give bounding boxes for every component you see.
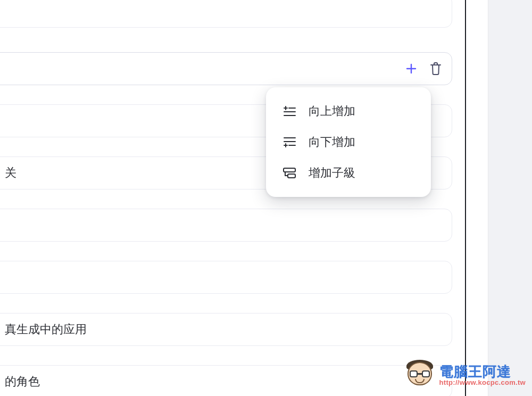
list-item[interactable]: [0, 209, 452, 242]
list-item[interactable]: 的角色: [0, 365, 452, 396]
menu-item-label: 向上增加: [309, 103, 355, 119]
menu-item-add-above[interactable]: 向上增加: [266, 96, 431, 127]
list-item[interactable]: [0, 261, 452, 294]
list-item[interactable]: 真生成中的应用: [0, 313, 452, 346]
content-frame: 关 真生成中的应用 的角色 向上增加: [0, 0, 466, 396]
list-item-label: 关: [5, 165, 16, 181]
svg-rect-14: [288, 174, 295, 178]
list-item-label: 真生成中的应用: [5, 321, 87, 337]
page-gutter: [467, 0, 532, 396]
add-button[interactable]: [404, 61, 419, 76]
menu-item-label: 增加子級: [309, 165, 355, 181]
menu-item-add-child[interactable]: 增加子級: [266, 158, 431, 188]
add-above-icon: [282, 104, 297, 118]
list-item-label: 的角色: [5, 374, 40, 390]
delete-button[interactable]: [428, 61, 443, 76]
menu-item-add-below[interactable]: 向下增加: [266, 127, 431, 158]
plus-icon: [405, 62, 418, 75]
list-item[interactable]: [0, 0, 452, 28]
add-below-icon: [282, 135, 297, 149]
row-actions: [404, 61, 443, 76]
add-child-icon: [282, 166, 297, 180]
svg-rect-13: [284, 168, 295, 172]
add-menu-popup: 向上增加 向下增加 增加子級: [266, 87, 431, 197]
trash-icon: [429, 62, 442, 76]
list-item-active[interactable]: [0, 52, 452, 85]
menu-item-label: 向下增加: [309, 134, 355, 150]
page-gutter-inner: [467, 0, 488, 396]
